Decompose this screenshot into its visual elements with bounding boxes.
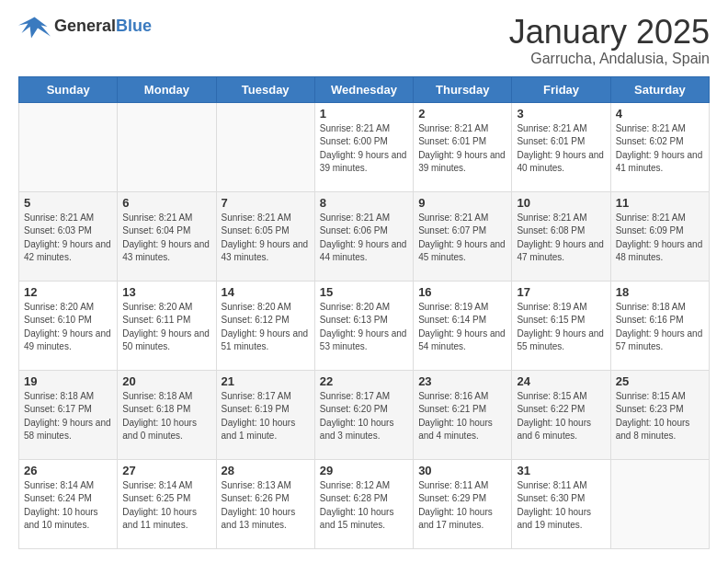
calendar-cell: 19Sunrise: 8:18 AM Sunset: 6:17 PM Dayli… bbox=[19, 370, 118, 459]
week-row-2: 5Sunrise: 8:21 AM Sunset: 6:03 PM Daylig… bbox=[19, 191, 710, 281]
day-info: Sunrise: 8:21 AM Sunset: 6:01 PM Dayligh… bbox=[418, 122, 506, 176]
calendar-cell: 23Sunrise: 8:16 AM Sunset: 6:21 PM Dayli… bbox=[414, 370, 512, 459]
day-number: 4 bbox=[616, 107, 704, 121]
day-number: 22 bbox=[320, 374, 408, 388]
weekday-sunday: Sunday bbox=[19, 76, 118, 102]
day-number: 12 bbox=[24, 285, 112, 299]
day-number: 3 bbox=[517, 107, 605, 121]
calendar-cell: 14Sunrise: 8:20 AM Sunset: 6:12 PM Dayli… bbox=[216, 281, 314, 370]
day-number: 13 bbox=[122, 285, 210, 299]
day-number: 8 bbox=[320, 196, 408, 210]
weekday-friday: Friday bbox=[512, 76, 610, 102]
day-number: 21 bbox=[222, 374, 310, 388]
month-title: January 2025 bbox=[509, 14, 710, 51]
calendar-cell: 25Sunrise: 8:15 AM Sunset: 6:23 PM Dayli… bbox=[610, 370, 709, 459]
calendar-cell bbox=[610, 459, 709, 548]
day-info: Sunrise: 8:13 AM Sunset: 6:26 PM Dayligh… bbox=[222, 479, 310, 533]
day-number: 24 bbox=[517, 374, 605, 388]
day-number: 10 bbox=[517, 196, 605, 210]
day-number: 14 bbox=[222, 285, 310, 299]
logo-general: General bbox=[54, 17, 116, 35]
weekday-saturday: Saturday bbox=[610, 76, 709, 102]
calendar-cell: 2Sunrise: 8:21 AM Sunset: 6:01 PM Daylig… bbox=[414, 102, 512, 191]
calendar-cell: 22Sunrise: 8:17 AM Sunset: 6:20 PM Dayli… bbox=[314, 370, 413, 459]
day-number: 19 bbox=[24, 374, 112, 388]
calendar-cell bbox=[118, 102, 216, 191]
calendar-cell: 24Sunrise: 8:15 AM Sunset: 6:22 PM Dayli… bbox=[512, 370, 610, 459]
day-number: 26 bbox=[24, 464, 112, 477]
week-row-1: 1Sunrise: 8:21 AM Sunset: 6:00 PM Daylig… bbox=[19, 102, 710, 191]
day-number: 17 bbox=[517, 285, 605, 299]
day-number: 31 bbox=[517, 464, 605, 477]
calendar-cell: 13Sunrise: 8:20 AM Sunset: 6:11 PM Dayli… bbox=[118, 281, 216, 370]
calendar-cell: 15Sunrise: 8:20 AM Sunset: 6:13 PM Dayli… bbox=[314, 281, 413, 370]
calendar-cell: 18Sunrise: 8:18 AM Sunset: 6:16 PM Dayli… bbox=[610, 281, 709, 370]
day-number: 18 bbox=[616, 285, 704, 299]
day-info: Sunrise: 8:20 AM Sunset: 6:10 PM Dayligh… bbox=[24, 301, 112, 354]
day-number: 20 bbox=[122, 374, 210, 388]
day-info: Sunrise: 8:21 AM Sunset: 6:03 PM Dayligh… bbox=[24, 212, 112, 265]
day-number: 30 bbox=[418, 464, 506, 477]
day-number: 23 bbox=[418, 374, 506, 388]
calendar-cell: 4Sunrise: 8:21 AM Sunset: 6:02 PM Daylig… bbox=[610, 102, 709, 191]
logo-text: GeneralBlue bbox=[54, 17, 152, 36]
logo-icon bbox=[18, 14, 51, 40]
day-info: Sunrise: 8:11 AM Sunset: 6:29 PM Dayligh… bbox=[418, 479, 506, 533]
day-info: Sunrise: 8:21 AM Sunset: 6:01 PM Dayligh… bbox=[517, 122, 605, 176]
day-number: 29 bbox=[320, 464, 408, 477]
day-number: 5 bbox=[24, 196, 112, 210]
day-info: Sunrise: 8:14 AM Sunset: 6:24 PM Dayligh… bbox=[24, 479, 112, 533]
calendar-cell: 21Sunrise: 8:17 AM Sunset: 6:19 PM Dayli… bbox=[216, 370, 314, 459]
calendar-cell: 11Sunrise: 8:21 AM Sunset: 6:09 PM Dayli… bbox=[610, 191, 709, 281]
calendar-cell: 10Sunrise: 8:21 AM Sunset: 6:08 PM Dayli… bbox=[512, 191, 610, 281]
svg-marker-0 bbox=[18, 17, 51, 39]
day-info: Sunrise: 8:17 AM Sunset: 6:19 PM Dayligh… bbox=[222, 390, 310, 443]
calendar-cell: 16Sunrise: 8:19 AM Sunset: 6:14 PM Dayli… bbox=[414, 281, 512, 370]
day-info: Sunrise: 8:16 AM Sunset: 6:21 PM Dayligh… bbox=[418, 390, 506, 443]
day-info: Sunrise: 8:15 AM Sunset: 6:22 PM Dayligh… bbox=[517, 390, 605, 443]
day-info: Sunrise: 8:21 AM Sunset: 6:09 PM Dayligh… bbox=[616, 212, 704, 265]
day-number: 6 bbox=[122, 196, 210, 210]
day-info: Sunrise: 8:21 AM Sunset: 6:06 PM Dayligh… bbox=[320, 212, 408, 265]
day-info: Sunrise: 8:21 AM Sunset: 6:05 PM Dayligh… bbox=[222, 212, 310, 265]
calendar-cell: 8Sunrise: 8:21 AM Sunset: 6:06 PM Daylig… bbox=[314, 191, 413, 281]
day-info: Sunrise: 8:14 AM Sunset: 6:25 PM Dayligh… bbox=[122, 479, 210, 533]
day-number: 15 bbox=[320, 285, 408, 299]
calendar-cell: 1Sunrise: 8:21 AM Sunset: 6:00 PM Daylig… bbox=[314, 102, 413, 191]
calendar-cell: 26Sunrise: 8:14 AM Sunset: 6:24 PM Dayli… bbox=[19, 459, 118, 548]
calendar-cell: 28Sunrise: 8:13 AM Sunset: 6:26 PM Dayli… bbox=[216, 459, 314, 548]
calendar-cell: 29Sunrise: 8:12 AM Sunset: 6:28 PM Dayli… bbox=[314, 459, 413, 548]
day-info: Sunrise: 8:21 AM Sunset: 6:07 PM Dayligh… bbox=[418, 212, 506, 265]
page: GeneralBlue January 2025 Garrucha, Andal… bbox=[0, 0, 728, 563]
day-number: 7 bbox=[222, 196, 310, 210]
calendar-cell: 9Sunrise: 8:21 AM Sunset: 6:07 PM Daylig… bbox=[414, 191, 512, 281]
day-number: 27 bbox=[122, 464, 210, 477]
week-row-3: 12Sunrise: 8:20 AM Sunset: 6:10 PM Dayli… bbox=[19, 281, 710, 370]
calendar-cell bbox=[19, 102, 118, 191]
calendar-cell bbox=[216, 102, 314, 191]
day-info: Sunrise: 8:21 AM Sunset: 6:02 PM Dayligh… bbox=[616, 122, 704, 176]
day-number: 1 bbox=[320, 107, 408, 121]
day-info: Sunrise: 8:17 AM Sunset: 6:20 PM Dayligh… bbox=[320, 390, 408, 443]
day-number: 9 bbox=[418, 196, 506, 210]
weekday-header-row: SundayMondayTuesdayWednesdayThursdayFrid… bbox=[19, 76, 710, 102]
day-info: Sunrise: 8:19 AM Sunset: 6:14 PM Dayligh… bbox=[418, 301, 506, 354]
calendar: SundayMondayTuesdayWednesdayThursdayFrid… bbox=[18, 76, 710, 549]
calendar-cell: 5Sunrise: 8:21 AM Sunset: 6:03 PM Daylig… bbox=[19, 191, 118, 281]
calendar-cell: 31Sunrise: 8:11 AM Sunset: 6:30 PM Dayli… bbox=[512, 459, 610, 548]
day-info: Sunrise: 8:18 AM Sunset: 6:18 PM Dayligh… bbox=[122, 390, 210, 443]
calendar-cell: 27Sunrise: 8:14 AM Sunset: 6:25 PM Dayli… bbox=[118, 459, 216, 548]
day-info: Sunrise: 8:21 AM Sunset: 6:08 PM Dayligh… bbox=[517, 212, 605, 265]
day-number: 2 bbox=[418, 107, 506, 121]
calendar-cell: 12Sunrise: 8:20 AM Sunset: 6:10 PM Dayli… bbox=[19, 281, 118, 370]
day-info: Sunrise: 8:18 AM Sunset: 6:16 PM Dayligh… bbox=[616, 301, 704, 354]
weekday-monday: Monday bbox=[118, 76, 216, 102]
day-info: Sunrise: 8:11 AM Sunset: 6:30 PM Dayligh… bbox=[517, 479, 605, 533]
day-info: Sunrise: 8:20 AM Sunset: 6:13 PM Dayligh… bbox=[320, 301, 408, 354]
day-info: Sunrise: 8:12 AM Sunset: 6:28 PM Dayligh… bbox=[320, 479, 408, 533]
logo-blue: Blue bbox=[116, 17, 152, 35]
calendar-cell: 20Sunrise: 8:18 AM Sunset: 6:18 PM Dayli… bbox=[118, 370, 216, 459]
week-row-5: 26Sunrise: 8:14 AM Sunset: 6:24 PM Dayli… bbox=[19, 459, 710, 548]
calendar-cell: 6Sunrise: 8:21 AM Sunset: 6:04 PM Daylig… bbox=[118, 191, 216, 281]
day-info: Sunrise: 8:21 AM Sunset: 6:00 PM Dayligh… bbox=[320, 122, 408, 176]
